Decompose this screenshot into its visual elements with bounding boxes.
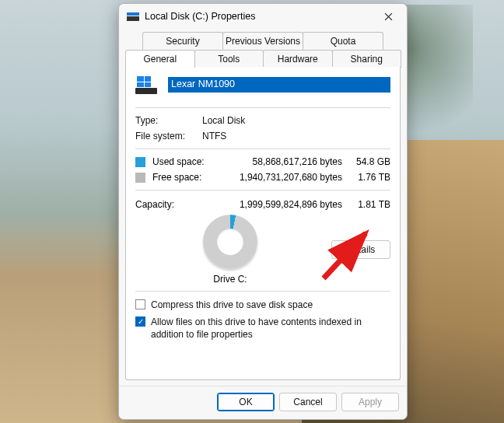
tab-previous-versions[interactable]: Previous Versions — [222, 32, 303, 50]
tab-hardware[interactable]: Hardware — [263, 50, 333, 68]
tab-tools[interactable]: Tools — [194, 50, 264, 68]
index-label: Allow files on this drive to have conten… — [151, 316, 390, 341]
used-label: Used space: — [152, 156, 208, 167]
used-readable: 54.8 GB — [347, 156, 390, 167]
close-icon — [384, 12, 393, 21]
compress-label: Compress this drive to save disk space — [151, 299, 390, 311]
capacity-bytes: 1,999,599,824,896 bytes — [208, 199, 347, 210]
filesystem-label: File system: — [135, 131, 202, 142]
free-label: Free space: — [152, 172, 208, 183]
apply-button[interactable]: Apply — [341, 393, 399, 411]
filesystem-value: NTFS — [202, 131, 226, 142]
free-bytes: 1,940,731,207,680 bytes — [208, 172, 347, 183]
used-bytes: 58,868,617,216 bytes — [208, 156, 347, 167]
volume-name-input[interactable] — [168, 77, 390, 93]
free-readable: 1.76 TB — [347, 172, 390, 183]
type-value: Local Disk — [202, 115, 245, 126]
close-button[interactable] — [374, 6, 402, 26]
details-button[interactable]: Details — [331, 240, 390, 259]
index-checkbox[interactable]: ✓ — [135, 316, 145, 327]
general-panel: Type:Local Disk File system:NTFS Used sp… — [125, 67, 401, 380]
tab-quota[interactable]: Quota — [303, 32, 383, 50]
type-label: Type: — [135, 115, 202, 126]
drive-label: Drive C: — [213, 274, 247, 285]
titlebar[interactable]: Local Disk (C:) Properties — [119, 4, 407, 29]
used-swatch-icon — [135, 157, 145, 167]
properties-dialog: Local Disk (C:) Properties Security Prev… — [118, 3, 408, 420]
cancel-button[interactable]: Cancel — [279, 393, 337, 411]
drive-icon — [127, 12, 139, 21]
window-title: Local Disk (C:) Properties — [145, 11, 374, 22]
free-swatch-icon — [135, 173, 145, 183]
tab-general[interactable]: General — [125, 50, 195, 68]
tab-sharing[interactable]: Sharing — [332, 50, 402, 68]
capacity-label: Capacity: — [135, 199, 208, 210]
dialog-buttons: OK Cancel Apply — [119, 386, 407, 419]
tabs: Security Previous Versions Quota General… — [119, 29, 407, 68]
ok-button[interactable]: OK — [217, 393, 275, 411]
usage-pie-chart — [203, 215, 257, 269]
tab-security[interactable]: Security — [142, 32, 223, 50]
capacity-readable: 1.81 TB — [347, 199, 390, 210]
compress-checkbox[interactable] — [135, 299, 145, 309]
drive-large-icon — [135, 76, 157, 95]
